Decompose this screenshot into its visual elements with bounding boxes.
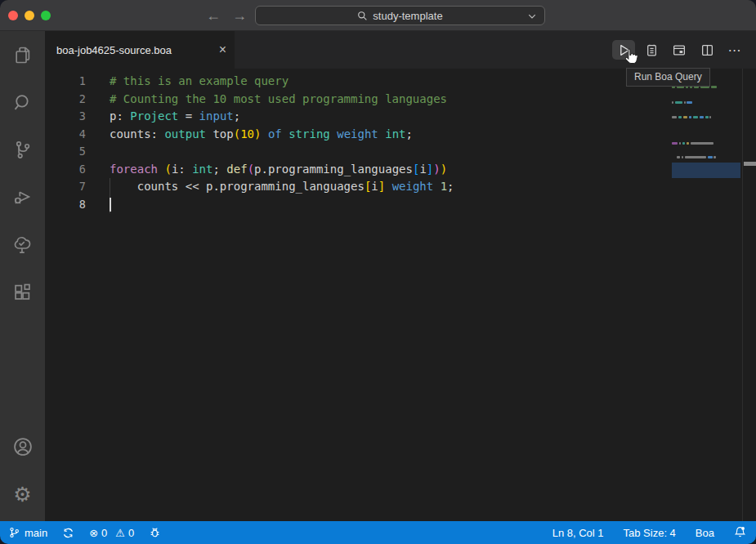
minimize-window-button[interactable] xyxy=(25,11,34,20)
close-tab-icon[interactable]: × xyxy=(219,43,226,56)
language-mode[interactable]: Boa xyxy=(696,527,714,539)
code-line[interactable]: 8 xyxy=(45,196,756,214)
line-number[interactable]: 2 xyxy=(45,91,86,109)
line-number[interactable]: 3 xyxy=(45,108,86,126)
account-icon[interactable] xyxy=(11,435,35,459)
code-lines: 1# this is an example query2# Counting t… xyxy=(45,69,756,521)
more-actions-button[interactable]: ⋯ xyxy=(723,40,746,60)
bug-icon xyxy=(149,527,161,539)
sync-button[interactable] xyxy=(62,527,74,539)
command-center-search[interactable]: study-template xyxy=(255,6,545,25)
code-line[interactable]: 2# Counting the 10 most used programming… xyxy=(45,91,756,109)
git-branch-icon xyxy=(8,526,20,539)
tab-size-indicator[interactable]: Tab Size: 4 xyxy=(624,527,676,539)
split-editor-button[interactable] xyxy=(696,40,718,60)
code-text: counts: output top(10) of string weight … xyxy=(110,126,413,144)
text-cursor xyxy=(110,198,111,212)
branch-name: main xyxy=(25,527,47,539)
close-window-button[interactable] xyxy=(8,11,18,20)
notifications-bell[interactable] xyxy=(734,525,746,541)
git-branch-indicator[interactable]: main xyxy=(8,526,47,539)
code-line[interactable]: 4counts: output top(10) of string weight… xyxy=(45,126,756,144)
maximize-window-button[interactable] xyxy=(41,11,51,20)
code-text: foreach (i: int; def(p.programming_langu… xyxy=(110,161,447,179)
gear-glyph: ⚙ xyxy=(13,484,31,505)
test-tree-icon[interactable] xyxy=(11,232,35,256)
notebook-list-icon xyxy=(645,43,659,57)
title-bar: ← → study-template xyxy=(0,0,756,31)
minimap-highlight[interactable] xyxy=(672,163,740,178)
line-number[interactable]: 1 xyxy=(45,73,86,91)
search-icon xyxy=(357,11,368,21)
code-text: # this is an example query xyxy=(110,73,289,91)
tab-boa-source-file[interactable]: boa-job4625-source.boa × xyxy=(45,31,235,69)
warning-icon: ⚠ xyxy=(115,527,125,539)
error-icon: ⊗ xyxy=(89,527,98,539)
source-control-icon[interactable] xyxy=(11,137,35,162)
navigate-forward-icon[interactable]: → xyxy=(232,7,247,25)
settings-gear-icon[interactable]: ⚙ xyxy=(11,482,35,506)
extensions-icon[interactable] xyxy=(11,279,35,304)
explorer-icon[interactable] xyxy=(11,42,35,67)
line-number[interactable]: 6 xyxy=(45,161,86,179)
status-bar: main ⊗ 0 ⚠ 0 xyxy=(0,521,756,544)
code-line[interactable]: 3p: Project = input; xyxy=(45,108,756,126)
tab-bar: boa-job4625-source.boa × xyxy=(45,31,756,69)
code-editor[interactable]: 1# this is an example query2# Counting t… xyxy=(45,69,756,521)
mouse-cursor-hand-icon xyxy=(622,47,640,70)
activity-bar: ⚙ xyxy=(0,31,45,521)
warning-count: 0 xyxy=(128,527,134,539)
search-sidebar-icon[interactable] xyxy=(11,90,35,114)
overview-ruler[interactable] xyxy=(742,69,756,521)
code-text: counts << p.programming_languages[i] wei… xyxy=(110,178,454,196)
cursor-position[interactable]: Ln 8, Col 1 xyxy=(552,527,604,539)
minimap[interactable] xyxy=(672,69,742,521)
bell-icon xyxy=(734,525,746,538)
chevron-down-icon[interactable] xyxy=(527,11,537,21)
problems-indicator[interactable]: ⊗ 0 ⚠ 0 xyxy=(89,527,134,539)
traffic-lights xyxy=(8,11,51,20)
run-debug-icon[interactable] xyxy=(11,185,35,209)
vscode-window: ← → study-template xyxy=(0,0,756,544)
panel-layout-icon xyxy=(672,43,687,57)
line-number[interactable]: 4 xyxy=(45,126,86,144)
code-line[interactable]: 5 xyxy=(45,143,756,161)
overview-cursor-marker xyxy=(744,162,756,166)
code-text: # Counting the 10 most used programming … xyxy=(110,91,447,109)
command-center-text: study-template xyxy=(373,10,442,22)
debug-indicator[interactable] xyxy=(149,527,161,539)
tooltip-run-boa-query: Run Boa Query xyxy=(626,68,710,87)
ellipsis-icon: ⋯ xyxy=(728,42,742,58)
output-log-button[interactable] xyxy=(640,40,663,60)
error-count: 0 xyxy=(101,527,107,539)
line-number[interactable]: 7 xyxy=(45,178,86,196)
tab-label: boa-job4625-source.boa xyxy=(56,44,172,56)
code-line[interactable]: 6foreach (i: int; def(p.programming_lang… xyxy=(45,161,756,179)
line-number[interactable]: 5 xyxy=(45,143,86,161)
code-line[interactable]: 7 counts << p.programming_languages[i] w… xyxy=(45,178,756,196)
sync-icon xyxy=(62,527,74,539)
line-number[interactable]: 8 xyxy=(45,196,86,214)
code-text: p: Project = input; xyxy=(110,108,240,126)
split-editor-icon xyxy=(700,43,714,57)
open-preview-button[interactable] xyxy=(668,40,691,60)
navigate-back-icon[interactable]: ← xyxy=(206,7,221,25)
